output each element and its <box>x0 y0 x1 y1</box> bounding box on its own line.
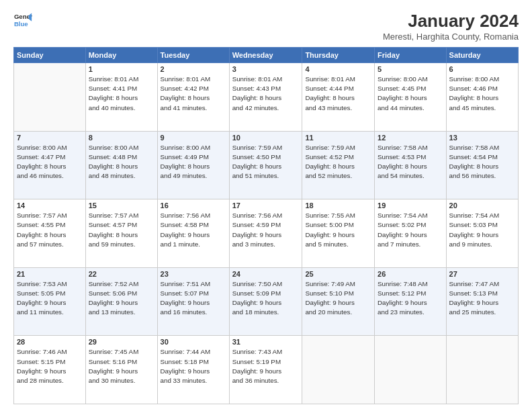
calendar-cell: 1Sunrise: 8:01 AMSunset: 4:41 PMDaylight… <box>85 63 157 132</box>
calendar-week-row: 7Sunrise: 8:00 AMSunset: 4:47 PMDaylight… <box>14 131 519 199</box>
calendar-week-row: 14Sunrise: 7:57 AMSunset: 4:55 PMDayligh… <box>14 199 519 268</box>
calendar-cell: 14Sunrise: 7:57 AMSunset: 4:55 PMDayligh… <box>14 199 86 268</box>
calendar-cell: 5Sunrise: 8:00 AMSunset: 4:45 PMDaylight… <box>375 63 447 132</box>
col-header-sunday: Sunday <box>14 48 86 63</box>
svg-text:Blue: Blue <box>14 20 28 28</box>
day-info: Sunrise: 7:52 AMSunset: 5:06 PMDaylight:… <box>89 279 154 318</box>
calendar-cell: 2Sunrise: 8:01 AMSunset: 4:42 PMDaylight… <box>157 63 229 132</box>
calendar-week-row: 28Sunrise: 7:46 AMSunset: 5:15 PMDayligh… <box>14 336 519 404</box>
day-number: 24 <box>232 270 300 278</box>
calendar-cell: 15Sunrise: 7:57 AMSunset: 4:57 PMDayligh… <box>85 199 157 268</box>
day-info: Sunrise: 7:55 AMSunset: 5:00 PMDaylight:… <box>305 211 371 249</box>
day-info: Sunrise: 7:47 AMSunset: 5:13 PMDaylight:… <box>449 279 515 318</box>
day-info: Sunrise: 7:49 AMSunset: 5:10 PMDaylight:… <box>305 279 371 318</box>
day-number: 21 <box>17 270 83 278</box>
calendar-cell: 11Sunrise: 7:59 AMSunset: 4:52 PMDayligh… <box>302 131 375 199</box>
day-info: Sunrise: 7:59 AMSunset: 4:52 PMDaylight:… <box>305 143 371 181</box>
calendar-cell: 8Sunrise: 8:00 AMSunset: 4:48 PMDaylight… <box>85 131 157 199</box>
day-info: Sunrise: 7:54 AMSunset: 5:03 PMDaylight:… <box>449 211 515 249</box>
day-number: 7 <box>17 134 83 142</box>
day-number: 18 <box>305 201 371 210</box>
day-info: Sunrise: 7:58 AMSunset: 4:53 PMDaylight:… <box>378 143 443 181</box>
day-number: 1 <box>89 65 154 73</box>
calendar-cell <box>302 336 375 404</box>
day-number: 12 <box>378 134 443 142</box>
day-info: Sunrise: 8:00 AMSunset: 4:47 PMDaylight:… <box>17 143 83 181</box>
day-number: 5 <box>378 65 443 73</box>
calendar-cell <box>375 336 447 404</box>
month-title: January 2024 <box>383 11 519 32</box>
day-number: 20 <box>449 201 515 210</box>
calendar-cell: 23Sunrise: 7:51 AMSunset: 5:07 PMDayligh… <box>157 267 229 336</box>
day-info: Sunrise: 8:01 AMSunset: 4:43 PMDaylight:… <box>232 75 300 113</box>
calendar-cell <box>446 336 518 404</box>
calendar-cell: 6Sunrise: 8:00 AMSunset: 4:46 PMDaylight… <box>446 63 518 132</box>
calendar-cell: 24Sunrise: 7:50 AMSunset: 5:09 PMDayligh… <box>229 267 302 336</box>
calendar-cell: 27Sunrise: 7:47 AMSunset: 5:13 PMDayligh… <box>446 267 518 336</box>
day-info: Sunrise: 8:01 AMSunset: 4:44 PMDaylight:… <box>305 75 371 113</box>
calendar-cell: 4Sunrise: 8:01 AMSunset: 4:44 PMDaylight… <box>302 63 375 132</box>
day-number: 2 <box>161 65 226 73</box>
calendar-cell: 19Sunrise: 7:54 AMSunset: 5:02 PMDayligh… <box>375 199 447 268</box>
calendar-cell <box>14 63 86 132</box>
calendar-cell: 16Sunrise: 7:56 AMSunset: 4:58 PMDayligh… <box>157 199 229 268</box>
calendar-cell: 3Sunrise: 8:01 AMSunset: 4:43 PMDaylight… <box>229 63 302 132</box>
calendar-cell: 21Sunrise: 7:53 AMSunset: 5:05 PMDayligh… <box>14 267 86 336</box>
calendar-header-row: SundayMondayTuesdayWednesdayThursdayFrid… <box>14 48 519 63</box>
day-number: 4 <box>305 65 371 73</box>
day-number: 28 <box>17 338 83 346</box>
calendar-cell: 29Sunrise: 7:45 AMSunset: 5:16 PMDayligh… <box>85 336 157 404</box>
calendar-cell: 31Sunrise: 7:43 AMSunset: 5:19 PMDayligh… <box>229 336 302 404</box>
calendar-cell: 7Sunrise: 8:00 AMSunset: 4:47 PMDaylight… <box>14 131 86 199</box>
col-header-thursday: Thursday <box>302 48 375 63</box>
day-info: Sunrise: 8:01 AMSunset: 4:41 PMDaylight:… <box>89 75 154 113</box>
day-number: 11 <box>305 134 371 142</box>
day-number: 26 <box>378 270 443 278</box>
calendar-cell: 12Sunrise: 7:58 AMSunset: 4:53 PMDayligh… <box>375 131 447 199</box>
day-info: Sunrise: 7:43 AMSunset: 5:19 PMDaylight:… <box>232 347 300 385</box>
calendar-cell: 20Sunrise: 7:54 AMSunset: 5:03 PMDayligh… <box>446 199 518 268</box>
logo: General Blue <box>13 11 32 30</box>
page: General Blue January 2024 Meresti, Hargh… <box>0 0 532 411</box>
day-info: Sunrise: 8:00 AMSunset: 4:46 PMDaylight:… <box>449 75 515 113</box>
day-number: 23 <box>161 270 226 278</box>
day-number: 31 <box>232 338 300 346</box>
day-info: Sunrise: 8:00 AMSunset: 4:45 PMDaylight:… <box>378 75 443 113</box>
col-header-wednesday: Wednesday <box>229 48 302 63</box>
calendar-cell: 25Sunrise: 7:49 AMSunset: 5:10 PMDayligh… <box>302 267 375 336</box>
day-number: 22 <box>89 270 154 278</box>
title-block: January 2024 Meresti, Harghita County, R… <box>383 11 519 42</box>
col-header-tuesday: Tuesday <box>157 48 229 63</box>
day-info: Sunrise: 8:00 AMSunset: 4:48 PMDaylight:… <box>89 143 154 181</box>
calendar-table: SundayMondayTuesdayWednesdayThursdayFrid… <box>13 47 519 404</box>
day-number: 29 <box>89 338 154 346</box>
day-info: Sunrise: 7:57 AMSunset: 4:57 PMDaylight:… <box>89 211 154 249</box>
logo-icon: General Blue <box>13 11 32 30</box>
day-number: 25 <box>305 270 371 278</box>
day-info: Sunrise: 7:44 AMSunset: 5:18 PMDaylight:… <box>161 347 226 385</box>
day-number: 10 <box>232 134 300 142</box>
day-info: Sunrise: 8:00 AMSunset: 4:49 PMDaylight:… <box>161 143 226 181</box>
calendar-cell: 10Sunrise: 7:59 AMSunset: 4:50 PMDayligh… <box>229 131 302 199</box>
day-number: 6 <box>449 65 515 73</box>
day-info: Sunrise: 8:01 AMSunset: 4:42 PMDaylight:… <box>161 75 226 113</box>
day-info: Sunrise: 7:59 AMSunset: 4:50 PMDaylight:… <box>232 143 300 181</box>
calendar-cell: 9Sunrise: 8:00 AMSunset: 4:49 PMDaylight… <box>157 131 229 199</box>
col-header-saturday: Saturday <box>446 48 518 63</box>
day-number: 30 <box>161 338 226 346</box>
day-info: Sunrise: 7:58 AMSunset: 4:54 PMDaylight:… <box>449 143 515 181</box>
calendar-cell: 28Sunrise: 7:46 AMSunset: 5:15 PMDayligh… <box>14 336 86 404</box>
day-number: 3 <box>232 65 300 73</box>
day-info: Sunrise: 7:57 AMSunset: 4:55 PMDaylight:… <box>17 211 83 249</box>
day-number: 16 <box>161 201 226 210</box>
day-info: Sunrise: 7:51 AMSunset: 5:07 PMDaylight:… <box>161 279 226 318</box>
day-info: Sunrise: 7:56 AMSunset: 4:58 PMDaylight:… <box>161 211 226 249</box>
subtitle: Meresti, Harghita County, Romania <box>383 32 519 42</box>
day-number: 17 <box>232 201 300 210</box>
calendar-week-row: 1Sunrise: 8:01 AMSunset: 4:41 PMDaylight… <box>14 63 519 132</box>
day-number: 19 <box>378 201 443 210</box>
calendar-week-row: 21Sunrise: 7:53 AMSunset: 5:05 PMDayligh… <box>14 267 519 336</box>
calendar-cell: 22Sunrise: 7:52 AMSunset: 5:06 PMDayligh… <box>85 267 157 336</box>
calendar-cell: 13Sunrise: 7:58 AMSunset: 4:54 PMDayligh… <box>446 131 518 199</box>
day-info: Sunrise: 7:54 AMSunset: 5:02 PMDaylight:… <box>378 211 443 249</box>
